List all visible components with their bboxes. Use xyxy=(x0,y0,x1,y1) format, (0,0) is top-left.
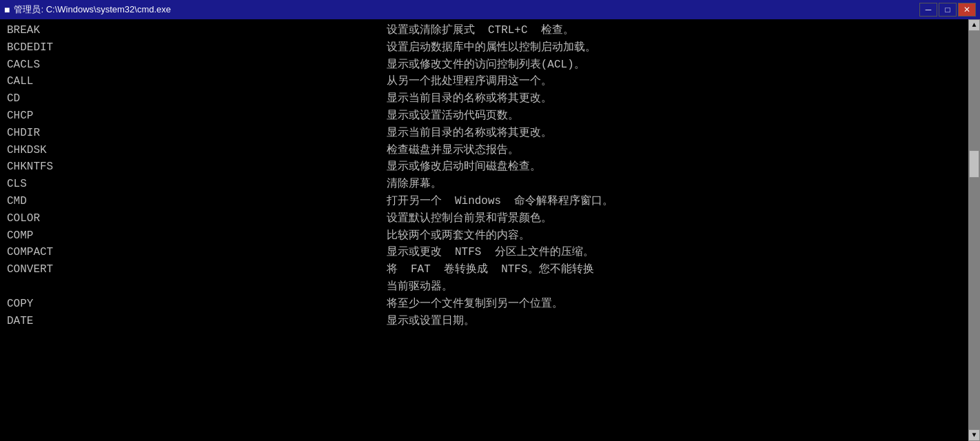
command-desc: 显示或设置活动代码页数。 xyxy=(384,107,966,125)
title-bar-controls: ─ □ ✕ xyxy=(919,3,976,17)
command-name: CHCP xyxy=(4,107,384,125)
table-row: CHCP显示或设置活动代码页数。 xyxy=(4,107,966,125)
command-desc: 显示当前目录的名称或将其更改。 xyxy=(384,90,966,107)
table-row: BCDEDIT设置启动数据库中的属性以控制启动加载。 xyxy=(4,39,966,57)
command-name: COMPACT xyxy=(4,244,384,261)
scroll-down-arrow[interactable]: ▼ xyxy=(968,429,980,441)
command-desc: 设置启动数据库中的属性以控制启动加载。 xyxy=(384,39,966,57)
command-name: CHDIR xyxy=(4,125,384,142)
table-row: BREAK设置或清除扩展式 CTRL+C 检查。 xyxy=(4,22,966,39)
command-name: COPY xyxy=(4,296,384,313)
command-desc: 显示或设置日期。 xyxy=(384,313,966,330)
table-row: DATE显示或设置日期。 xyxy=(4,313,966,330)
cmd-icon: ■ xyxy=(4,4,10,15)
table-row: COMP比较两个或两套文件的内容。 xyxy=(4,227,966,245)
command-desc: 将 FAT 卷转换成 NTFS。您不能转换 当前驱动器。 xyxy=(384,261,966,296)
scroll-up-arrow[interactable]: ▲ xyxy=(968,19,980,31)
command-name: CONVERT xyxy=(4,261,384,296)
table-row: CALL从另一个批处理程序调用这一个。 xyxy=(4,73,966,90)
command-name: BREAK xyxy=(4,22,384,39)
command-desc: 检查磁盘并显示状态报告。 xyxy=(384,142,966,159)
console-area: BREAK设置或清除扩展式 CTRL+C 检查。BCDEDIT设置启动数据库中的… xyxy=(0,19,980,441)
command-name: CHKNTFS xyxy=(4,158,384,176)
command-desc: 设置默认控制台前景和背景颜色。 xyxy=(384,210,966,227)
table-row: COMPACT显示或更改 NTFS 分区上文件的压缩。 xyxy=(4,244,966,261)
command-desc: 清除屏幕。 xyxy=(384,176,966,193)
command-name: CHKDSK xyxy=(4,142,384,159)
command-desc: 从另一个批处理程序调用这一个。 xyxy=(384,73,966,90)
table-row: CHDIR显示当前目录的名称或将其更改。 xyxy=(4,125,966,142)
scrollbar[interactable]: ▲ ▼ xyxy=(968,19,980,441)
command-table: BREAK设置或清除扩展式 CTRL+C 检查。BCDEDIT设置启动数据库中的… xyxy=(4,22,966,329)
command-desc: 显示或更改 NTFS 分区上文件的压缩。 xyxy=(384,244,966,261)
command-desc: 显示当前目录的名称或将其更改。 xyxy=(384,125,966,142)
command-name: DATE xyxy=(4,313,384,330)
title-bar: ■ 管理员: C:\Windows\system32\cmd.exe ─ □ ✕ xyxy=(0,0,980,19)
command-desc: 显示或修改启动时间磁盘检查。 xyxy=(384,158,966,176)
table-row: CD显示当前目录的名称或将其更改。 xyxy=(4,90,966,107)
maximize-button[interactable]: □ xyxy=(939,3,957,17)
command-desc: 打开另一个 Windows 命令解释程序窗口。 xyxy=(384,193,966,210)
table-row: CACLS显示或修改文件的访问控制列表(ACL)。 xyxy=(4,57,966,74)
table-row: CONVERT将 FAT 卷转换成 NTFS。您不能转换 当前驱动器。 xyxy=(4,261,966,296)
command-name: CLS xyxy=(4,176,384,193)
command-name: BCDEDIT xyxy=(4,39,384,57)
title-bar-left: ■ 管理员: C:\Windows\system32\cmd.exe xyxy=(4,3,171,16)
scroll-track[interactable] xyxy=(968,31,980,429)
command-name: CD xyxy=(4,90,384,107)
table-row: CMD打开另一个 Windows 命令解释程序窗口。 xyxy=(4,193,966,210)
command-name: CALL xyxy=(4,73,384,90)
table-row: CHKNTFS显示或修改启动时间磁盘检查。 xyxy=(4,158,966,176)
close-button[interactable]: ✕ xyxy=(958,3,976,17)
table-row: COLOR设置默认控制台前景和背景颜色。 xyxy=(4,210,966,227)
table-row: CHKDSK检查磁盘并显示状态报告。 xyxy=(4,142,966,159)
command-name: COMP xyxy=(4,227,384,245)
window-title: 管理员: C:\Windows\system32\cmd.exe xyxy=(14,3,171,16)
minimize-button[interactable]: ─ xyxy=(919,3,937,17)
table-row: COPY将至少一个文件复制到另一个位置。 xyxy=(4,296,966,313)
scroll-thumb[interactable] xyxy=(969,150,979,178)
table-row: CLS清除屏幕。 xyxy=(4,176,966,193)
command-desc: 设置或清除扩展式 CTRL+C 检查。 xyxy=(384,22,966,39)
command-name: CMD xyxy=(4,193,384,210)
command-desc: 比较两个或两套文件的内容。 xyxy=(384,227,966,245)
command-desc: 显示或修改文件的访问控制列表(ACL)。 xyxy=(384,57,966,74)
command-desc: 将至少一个文件复制到另一个位置。 xyxy=(384,296,966,313)
command-name: CACLS xyxy=(4,57,384,74)
command-name: COLOR xyxy=(4,210,384,227)
